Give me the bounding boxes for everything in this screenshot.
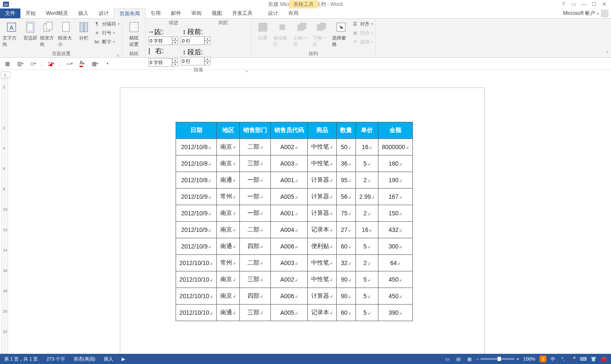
table-cell[interactable]: 南通 [217,305,240,321]
tab-selector[interactable]: L [1,71,10,78]
collapse-ribbon-button[interactable]: ^ [606,51,608,56]
orientation-button[interactable]: 纸张方向 [40,20,56,48]
table-cell[interactable]: A004 [271,222,308,238]
table-cell[interactable]: 二部 [240,139,271,155]
table-cell[interactable]: A002 [271,139,308,155]
status-insert-mode[interactable]: 插入 [99,356,117,362]
tray-mic-icon[interactable]: 🎤 [569,355,577,363]
status-word-count[interactable]: 273 个字 [42,356,69,362]
table-cell[interactable]: 2012/10/9 [176,189,217,205]
table-cell[interactable]: 5 [356,238,378,255]
table-cell[interactable]: 2 [356,205,378,222]
qat-insert-rows-button[interactable]: ▦ [3,59,12,68]
tray-sogou-icon[interactable]: S [540,356,546,362]
table-cell[interactable]: 2.99 [356,189,378,205]
table-cell[interactable]: 2012/10/9 [176,238,217,255]
tab-home[interactable]: 开始 [20,8,41,18]
tab-table-design[interactable]: 设计 [263,8,283,18]
table-cell[interactable]: 南京 [217,271,240,288]
tab-review[interactable]: 审阅 [186,8,207,18]
table-cell[interactable]: 2012/10/10 [176,271,217,288]
status-language[interactable]: 英语(美国) [69,356,99,362]
table-cell[interactable]: 450 [378,271,413,288]
document-canvas[interactable]: 日期地区销售部门销售员代码商品数量单价金额 2012/10/8南京二部A002中… [9,78,611,354]
table-cell[interactable]: A003 [271,255,308,271]
table-cell[interactable]: 50 [337,139,356,155]
table-cell[interactable]: 常州 [217,189,240,205]
table-cell[interactable]: 四部 [240,288,271,305]
table-cell[interactable]: 四部 [240,238,271,255]
table-cell[interactable]: 5 [356,305,378,321]
table-cell[interactable]: 16 [356,222,378,238]
table-cell[interactable]: 2 [356,172,378,189]
spacing-after-input[interactable]: ▲▼ [181,57,210,65]
qat-table-styles-button[interactable]: ▦▾ [90,59,99,68]
table-cell[interactable]: 一部 [240,172,271,189]
status-macro-icon[interactable]: ▶ [117,356,129,362]
table-cell[interactable]: 三部 [240,155,271,172]
hyphenation-button[interactable]: bc断字▾ [94,37,119,46]
table-cell[interactable]: 常州 [217,255,240,271]
spacing-before-input[interactable]: ▲▼ [181,37,210,45]
table-row[interactable]: 2012/10/10南京三部A002中性笔905450 [176,271,413,288]
table-cell[interactable]: A001 [271,172,308,189]
table-cell[interactable]: 便利贴 [308,238,337,255]
table-header[interactable]: 商品 [308,122,337,139]
table-cell[interactable]: 90 [337,288,356,305]
table-row[interactable]: 2012/10/8南京三部A003中性笔365180 [176,155,413,172]
table-cell[interactable]: 432 [378,222,413,238]
table-cell[interactable]: A005 [271,189,308,205]
zoom-slider[interactable]: − + [476,356,519,361]
table-cell[interactable]: 二部 [240,222,271,238]
manuscript-settings-button[interactable]: 稿纸 设置 [125,20,143,48]
table-cell[interactable]: 计算器 [308,172,337,189]
minimize-button[interactable]: — [579,0,589,8]
table-cell[interactable]: 一部 [240,205,271,222]
selection-pane-button[interactable]: 选择窗格 [332,20,350,48]
indent-left-input[interactable]: ▲▼ [148,37,178,45]
table-cell[interactable]: 32 [337,255,356,271]
table-cell[interactable]: A003 [271,155,308,172]
table-cell[interactable]: 南京 [217,155,240,172]
tab-file[interactable]: 文件 [0,8,20,18]
table-cell[interactable]: 180 [378,155,413,172]
table-cell[interactable]: 167 [378,189,413,205]
table-cell[interactable]: 27 [337,222,356,238]
qat-shading-button[interactable]: ◪▾ [46,59,56,68]
table-row[interactable]: 2012/10/10常州二部A003中性笔32264 [176,255,413,271]
table-cell[interactable]: 450 [378,288,413,305]
table-cell[interactable]: 8000000 [378,139,413,155]
tray-punctuation-icon[interactable]: °, [559,355,567,363]
tab-view[interactable]: 视图 [207,8,227,18]
table-cell[interactable]: 2 [356,255,378,271]
table-cell[interactable]: 60 [337,238,356,255]
table-cell[interactable]: 中性笔 [308,139,337,155]
table-row[interactable]: 2012/10/9常州一部A005计算器562.99167 [176,189,413,205]
tab-insert[interactable]: 插入 [73,8,94,18]
table-cell[interactable]: 75 [337,205,356,222]
table-row[interactable]: 2012/10/10南通三部A005记录本605390 [176,305,413,321]
table-header[interactable]: 金额 [378,122,413,139]
help-button[interactable]: ? [558,0,568,8]
tab-table-layout[interactable]: 布局 [283,8,304,18]
view-print-layout-button[interactable]: ▤ [454,355,463,363]
table-cell[interactable]: 南京 [217,139,240,155]
tab-page-layout[interactable]: 页面布局 [114,8,145,19]
table-cell[interactable]: 2012/10/8 [176,155,217,172]
table-cell[interactable]: 56 [337,189,356,205]
line-numbers-button[interactable]: ≡行号▾ [94,28,119,37]
table-cell[interactable]: 390 [378,305,413,321]
maximize-button[interactable]: ☐ [589,0,599,8]
table-row[interactable]: 2012/10/9南通四部A006便利贴605300 [176,238,413,255]
align-button[interactable]: ☰对齐▾ [352,20,373,28]
zoom-out-button[interactable]: − [476,356,479,361]
table-header[interactable]: 日期 [176,122,217,139]
table-cell[interactable]: 36 [337,155,356,172]
tab-design[interactable]: 设计 [94,8,114,18]
table-cell[interactable]: 三部 [240,271,271,288]
size-button[interactable]: 纸张大小 [58,20,74,48]
text-direction-button[interactable]: A 文字方向 [3,20,20,48]
qat-insert-cols-button[interactable]: ▥▾ [15,59,25,68]
status-page[interactable]: 第 1 页，共 1 页 [0,356,42,362]
table-cell[interactable]: 记录本 [308,222,337,238]
